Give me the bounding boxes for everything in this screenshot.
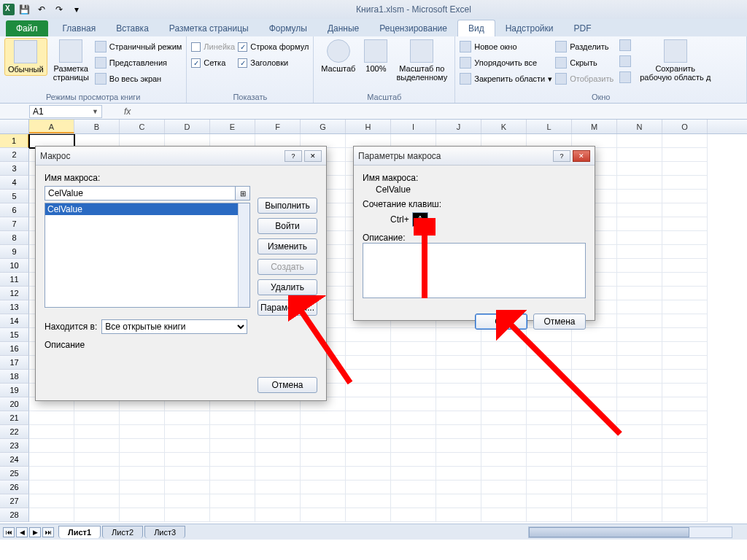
cell[interactable] xyxy=(572,439,617,453)
cell[interactable] xyxy=(436,411,481,425)
cell[interactable] xyxy=(436,453,481,467)
cell[interactable] xyxy=(527,453,572,467)
row-header[interactable]: 4 xyxy=(0,176,29,190)
sheet-tab-3[interactable]: Лист3 xyxy=(144,526,185,538)
cell[interactable] xyxy=(617,231,662,245)
cell[interactable] xyxy=(210,494,255,508)
cell[interactable] xyxy=(391,370,436,384)
cell[interactable] xyxy=(391,494,436,508)
cell[interactable] xyxy=(662,453,708,467)
macro-help-button[interactable]: ? xyxy=(285,150,302,162)
cell[interactable] xyxy=(391,356,436,370)
cell[interactable] xyxy=(301,411,346,425)
cell[interactable] xyxy=(346,494,391,508)
row-header[interactable]: 21 xyxy=(0,411,29,425)
cell[interactable] xyxy=(29,425,74,439)
cell[interactable] xyxy=(301,508,346,522)
cell[interactable] xyxy=(255,453,301,467)
params-help-button[interactable]: ? xyxy=(553,150,570,162)
cell[interactable] xyxy=(346,453,391,467)
cell[interactable] xyxy=(391,384,436,397)
cell[interactable] xyxy=(165,481,210,494)
cell[interactable] xyxy=(527,370,572,384)
cell[interactable] xyxy=(391,397,436,411)
freeze-panes-button[interactable]: Закрепить области ▾ xyxy=(460,71,552,86)
cell[interactable] xyxy=(572,370,617,384)
cell[interactable] xyxy=(210,425,255,439)
cell[interactable] xyxy=(572,508,617,522)
cell[interactable] xyxy=(74,411,120,425)
cell[interactable] xyxy=(617,494,662,508)
cell[interactable] xyxy=(436,467,481,481)
cell[interactable] xyxy=(617,259,662,273)
cell[interactable] xyxy=(662,287,708,300)
row-header[interactable]: 26 xyxy=(0,481,29,494)
cell[interactable] xyxy=(662,370,708,384)
cell[interactable] xyxy=(481,425,527,439)
cell[interactable] xyxy=(436,370,481,384)
cell[interactable] xyxy=(617,508,662,522)
cell[interactable] xyxy=(346,370,391,384)
cell[interactable] xyxy=(572,425,617,439)
fx-icon[interactable]: fx xyxy=(124,106,131,117)
cell[interactable] xyxy=(255,508,301,522)
cell[interactable] xyxy=(617,148,662,162)
cell[interactable] xyxy=(481,453,527,467)
cell[interactable] xyxy=(165,411,210,425)
cell[interactable] xyxy=(255,494,301,508)
name-box[interactable]: A1▼ xyxy=(29,105,102,118)
cell[interactable] xyxy=(301,481,346,494)
options-button[interactable]: Параметры... xyxy=(258,300,317,316)
cell[interactable] xyxy=(662,314,708,328)
tab-pdf[interactable]: PDF xyxy=(564,20,602,36)
window-side-3[interactable] xyxy=(619,70,631,85)
cell[interactable] xyxy=(346,356,391,370)
row-header[interactable]: 24 xyxy=(0,453,29,467)
shortcut-key-input[interactable] xyxy=(412,212,428,227)
column-header[interactable]: A xyxy=(29,120,74,133)
sheet-nav-last[interactable]: ⏭ xyxy=(42,527,54,537)
cell[interactable] xyxy=(346,342,391,356)
cell[interactable] xyxy=(346,467,391,481)
column-header[interactable]: I xyxy=(391,120,436,133)
row-header[interactable]: 13 xyxy=(0,300,29,314)
split-button[interactable]: Разделить xyxy=(555,39,614,54)
cell[interactable] xyxy=(527,494,572,508)
cell[interactable] xyxy=(572,453,617,467)
cell[interactable] xyxy=(572,494,617,508)
column-header[interactable]: B xyxy=(74,120,120,133)
params-ok-button[interactable]: OK xyxy=(475,314,527,330)
cell[interactable] xyxy=(617,134,662,148)
cell[interactable] xyxy=(572,481,617,494)
cell[interactable] xyxy=(617,384,662,397)
zoom-selection-button[interactable]: Масштаб по выделенному xyxy=(393,38,450,83)
cell[interactable] xyxy=(165,494,210,508)
cell[interactable] xyxy=(120,425,165,439)
cell[interactable] xyxy=(662,190,708,203)
run-button[interactable]: Выполнить xyxy=(258,198,317,214)
arrange-all-button[interactable]: Упорядочить все xyxy=(460,55,552,70)
cell[interactable] xyxy=(165,425,210,439)
zoom-100-button[interactable]: 100% xyxy=(361,38,390,74)
cell[interactable] xyxy=(572,342,617,356)
cell[interactable] xyxy=(617,314,662,328)
cell[interactable] xyxy=(617,273,662,287)
cell[interactable] xyxy=(527,356,572,370)
cell[interactable] xyxy=(165,508,210,522)
normal-view-button[interactable]: Обычный xyxy=(4,38,47,76)
cell[interactable] xyxy=(662,300,708,314)
cell[interactable] xyxy=(662,494,708,508)
row-header[interactable]: 10 xyxy=(0,259,29,273)
cell[interactable] xyxy=(210,508,255,522)
cell[interactable] xyxy=(481,439,527,453)
cell[interactable] xyxy=(120,481,165,494)
row-header[interactable]: 27 xyxy=(0,494,29,508)
cell[interactable] xyxy=(481,481,527,494)
cell[interactable] xyxy=(617,481,662,494)
column-header[interactable]: N xyxy=(617,120,662,133)
cell[interactable] xyxy=(165,453,210,467)
cell[interactable] xyxy=(255,481,301,494)
row-header[interactable]: 23 xyxy=(0,439,29,453)
file-tab[interactable]: Файл xyxy=(6,20,48,36)
gridlines-checkbox[interactable]: Сетка xyxy=(191,55,235,70)
